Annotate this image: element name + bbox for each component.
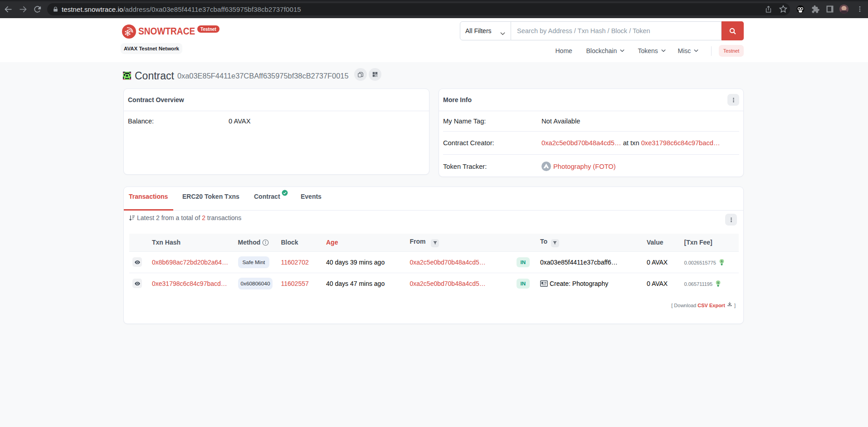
svg-text:$: $ xyxy=(717,281,719,284)
svg-text:$: $ xyxy=(721,260,723,263)
